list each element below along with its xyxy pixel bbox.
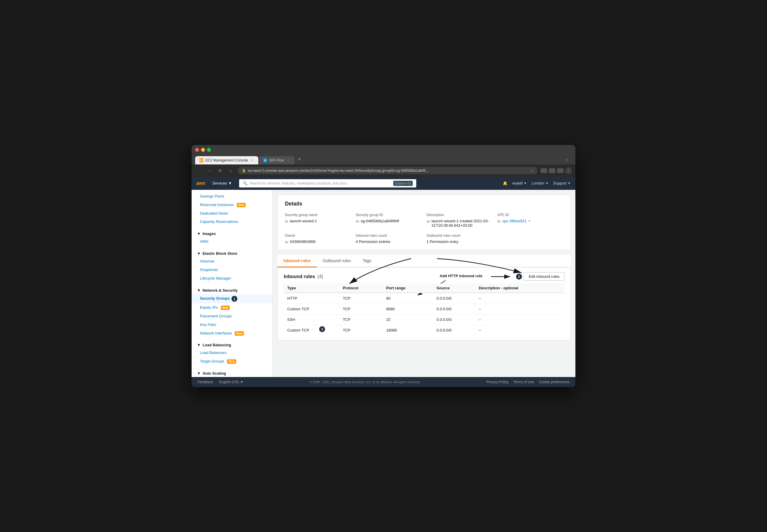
aws-footer: Feedback English (US) ▼ © 2008 - 2021, A… bbox=[192, 377, 575, 387]
ext-btn-3[interactable] bbox=[557, 168, 564, 173]
services-caret: ▼ bbox=[228, 181, 232, 185]
sidebar-item-snapshots[interactable]: Snapshots bbox=[192, 266, 272, 274]
bell-button[interactable]: 🔔 bbox=[503, 181, 507, 185]
sidebar-item-capacity-reservations[interactable]: Capacity Reservations bbox=[192, 218, 272, 226]
add-http-annotation: Add HTTP inbound rule bbox=[440, 274, 482, 279]
user-menu[interactable]: reaktif ▼ bbox=[512, 181, 527, 185]
cell-type-0: HTTP bbox=[284, 293, 339, 304]
browser-tabs-bar: EC EC2 Management Console ✕ N NiFi Flow … bbox=[195, 154, 572, 164]
feedback-link[interactable]: Feedback bbox=[198, 380, 213, 384]
sidebar-section-auto-scaling[interactable]: ▼ Auto Scaling bbox=[192, 368, 272, 377]
badge2-edit-group: 2 Edit inbound rules bbox=[516, 272, 564, 281]
home-button[interactable]: ⌂ bbox=[227, 167, 235, 174]
tab-nifi-label: NiFi Flow bbox=[269, 158, 284, 162]
vpc-id-link[interactable]: vpc-49bee921 ↗ bbox=[502, 219, 530, 223]
back-button[interactable]: ← bbox=[195, 167, 203, 174]
cookie-preferences-link[interactable]: Cookie preferences bbox=[539, 380, 569, 384]
close-button[interactable] bbox=[195, 148, 199, 152]
inbound-count-text: 4 Permission entries bbox=[356, 239, 391, 244]
services-menu-button[interactable]: Services ▼ bbox=[210, 180, 234, 187]
detail-description: Description 🗂 launch-wizard-1 created 20… bbox=[427, 213, 493, 228]
search-placeholder: Search for services, features, marketpla… bbox=[250, 181, 347, 185]
details-panel: Details Security group name 🗂 launch-wiz… bbox=[278, 195, 571, 250]
sg-id-text: sg-04850bfa1a846f94f bbox=[361, 219, 399, 223]
address-bar[interactable]: 🔒 eu-west-2.console.aws.amazon.com/ec2/v… bbox=[238, 167, 538, 174]
tabs-header: Inbound rules Outbound rules Tags bbox=[278, 255, 571, 267]
new-tab-button[interactable]: + bbox=[295, 154, 304, 164]
inbound-rules-count: (4) bbox=[317, 274, 323, 279]
cell-description-1: – bbox=[475, 303, 564, 314]
snapshots-label: Snapshots bbox=[200, 267, 218, 272]
sidebar-item-volumes[interactable]: Volumes bbox=[192, 257, 272, 266]
language-label: English (US) bbox=[219, 380, 239, 384]
capacity-reservations-label: Capacity Reservations bbox=[200, 219, 238, 224]
sidebar: Savings Plans Reserved Instances New Ded… bbox=[192, 190, 273, 377]
cell-protocol-2: TCP bbox=[339, 314, 383, 325]
rules-table-body: HTTPTCP800.0.0.0/0–Custom TCPTCP80800.0.… bbox=[284, 293, 564, 335]
sidebar-item-dedicated-hosts[interactable]: Dedicated Hosts bbox=[192, 209, 272, 218]
terms-of-use-link[interactable]: Terms of Use bbox=[513, 380, 534, 384]
forward-button[interactable]: → bbox=[206, 167, 213, 174]
tab-tags[interactable]: Tags bbox=[357, 255, 377, 267]
footer-links: Privacy Policy Terms of Use Cookie prefe… bbox=[487, 380, 569, 384]
tab-nifi-close[interactable]: ✕ bbox=[286, 158, 290, 162]
sidebar-item-placement-groups[interactable]: Placement Groups bbox=[192, 312, 272, 321]
sidebar-item-elastic-ips[interactable]: Elastic IPs New bbox=[192, 303, 272, 312]
sidebar-top: Savings Plans Reserved Instances New Ded… bbox=[192, 190, 272, 226]
inbound-rules-title: Inbound rules bbox=[284, 274, 315, 279]
vpc-id-icon: 🗂 bbox=[497, 219, 501, 223]
sidebar-item-load-balancers[interactable]: Load Balancers bbox=[192, 349, 272, 357]
sidebar-item-security-groups[interactable]: Security Groups 1 bbox=[192, 294, 272, 303]
tab-ec2[interactable]: EC EC2 Management Console ✕ bbox=[195, 156, 258, 164]
refresh-button[interactable]: ↻ bbox=[216, 167, 224, 174]
sidebar-section-network[interactable]: ▼ Network & Security bbox=[192, 285, 272, 294]
sg-name-value: 🗂 launch-wizard-1 bbox=[285, 219, 351, 223]
tab-outbound-rules[interactable]: Outbound rules bbox=[317, 255, 357, 267]
support-menu[interactable]: Support ▼ bbox=[553, 181, 571, 185]
sidebar-section-ebs[interactable]: ▼ Elastic Block Store bbox=[192, 248, 272, 257]
region-label: London bbox=[531, 181, 544, 185]
sidebar-item-key-pairs[interactable]: Key Pairs bbox=[192, 321, 272, 329]
elastic-ips-label: Elastic IPs bbox=[200, 305, 218, 310]
maximize-button[interactable] bbox=[207, 148, 211, 152]
cell-type-2: SSH bbox=[284, 314, 339, 325]
step-badge-1: 1 bbox=[231, 296, 237, 302]
main-layout: Savings Plans Reserved Instances New Ded… bbox=[192, 190, 575, 377]
dedicated-hosts-label: Dedicated Hosts bbox=[200, 211, 228, 216]
profile-icon[interactable]: ○ bbox=[562, 155, 572, 164]
arrow-to-edit bbox=[489, 272, 513, 281]
detail-inbound-count: Inbound rules count 4 Permission entries bbox=[356, 234, 422, 244]
detail-owner: Owner 🗂 043964854906 bbox=[285, 234, 351, 244]
sidebar-section-images[interactable]: ▼ Images bbox=[192, 229, 272, 237]
cell-protocol-0: TCP bbox=[339, 293, 383, 304]
sidebar-section-load-balancing[interactable]: ▼ Load Balancing bbox=[192, 340, 272, 349]
tab-inbound-rules[interactable]: Inbound rules bbox=[278, 255, 317, 267]
profile-menu[interactable]: ⋮ bbox=[565, 167, 572, 174]
col-source: Source bbox=[433, 283, 475, 293]
privacy-policy-link[interactable]: Privacy Policy bbox=[487, 380, 509, 384]
browser-chrome: EC EC2 Management Console ✕ N NiFi Flow … bbox=[192, 145, 575, 164]
language-selector[interactable]: English (US) ▼ bbox=[219, 380, 244, 384]
sidebar-item-target-groups[interactable]: Target Groups New bbox=[192, 357, 272, 366]
sidebar-item-savings-plans[interactable]: Savings Plans bbox=[192, 192, 272, 201]
inbound-count-value: 4 Permission entries bbox=[356, 239, 422, 244]
sidebar-item-lifecycle-manager[interactable]: Lifecycle Manager bbox=[192, 274, 272, 283]
outbound-count-value: 1 Permission entry bbox=[427, 239, 493, 244]
minimize-button[interactable] bbox=[201, 148, 205, 152]
sidebar-item-amis[interactable]: AMIs bbox=[192, 237, 272, 246]
detail-sg-id: Security group ID 🗂 sg-04850bfa1a846f94f bbox=[356, 213, 422, 228]
ext-btn-1[interactable] bbox=[541, 168, 547, 173]
sidebar-item-network-interfaces[interactable]: Network Interfaces New bbox=[192, 329, 272, 338]
detail-outbound-count: Outbound rules count 1 Permission entry bbox=[427, 234, 493, 244]
tab-ec2-close[interactable]: ✕ bbox=[250, 158, 254, 162]
aws-search-bar[interactable]: 🔍 Search for services, features, marketp… bbox=[239, 179, 416, 187]
tab-nifi[interactable]: N NiFi Flow ✕ bbox=[259, 156, 294, 164]
aws-logo[interactable]: aws bbox=[196, 181, 205, 186]
vpc-id-text: vpc-49bee921 bbox=[502, 219, 526, 223]
edit-inbound-rules-button[interactable]: Edit inbound rules bbox=[524, 272, 564, 281]
sidebar-item-reserved-instances[interactable]: Reserved Instances New bbox=[192, 201, 272, 209]
cell-source-3: 0.0.0.0/0 bbox=[433, 325, 475, 335]
ext-btn-2[interactable] bbox=[549, 168, 555, 173]
region-menu[interactable]: London ▼ bbox=[531, 181, 548, 185]
rules-header-row: Inbound rules (4) Add HTTP inbound rule bbox=[284, 272, 564, 281]
